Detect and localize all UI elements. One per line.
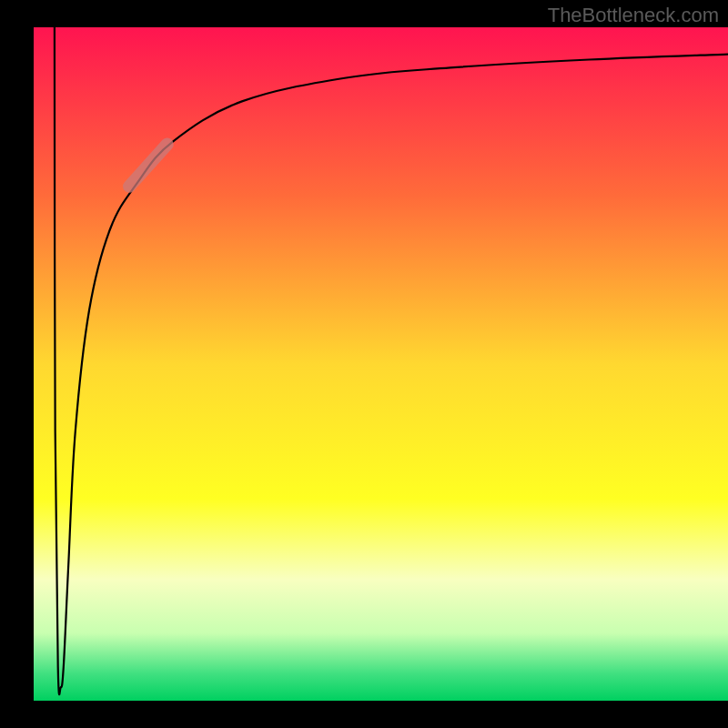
bottleneck-chart [0,0,728,728]
plot-background [34,27,728,701]
chart-container: TheBottleneck.com [0,0,728,728]
attribution-text: TheBottleneck.com [548,4,719,27]
